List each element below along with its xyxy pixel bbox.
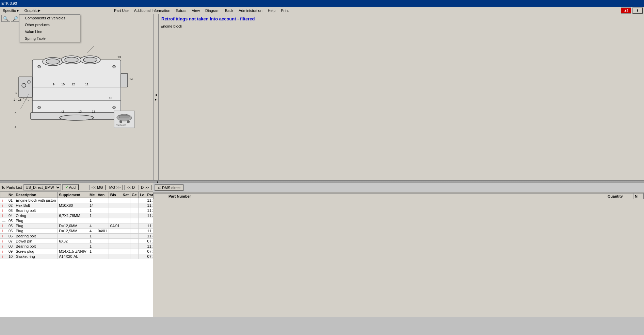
row-part-number: 11 11 2 244 286 — [146, 203, 153, 208]
table-row[interactable]: i 07 Dowel pin 6X32 1 07 11 9 942 169 — [0, 239, 153, 244]
menu-print[interactable]: Print — [278, 8, 291, 13]
row-part-number: 11 11 1 706 500 — [146, 244, 153, 249]
svg-text:11: 11 — [85, 83, 88, 86]
menu-view[interactable]: View — [189, 8, 203, 13]
menu-graphic[interactable]: Graphic ▶ — [22, 7, 44, 14]
svg-text:15: 15 — [109, 96, 112, 100]
collapse-right-btn[interactable]: ► — [155, 98, 158, 101]
dms-th-check2 — [160, 196, 167, 197]
dms-direct-btn[interactable]: ⇄ DMS direct — [155, 184, 183, 191]
table-row[interactable]: i 01 Engine block with piston 1 11 11 7 … — [0, 198, 153, 203]
row-von — [96, 208, 109, 213]
nav-mg-next-btn[interactable]: MG >> — [107, 185, 123, 190]
top-pane: 🔍 🔎 — [0, 14, 644, 181]
row-supplement: D=12,0MM — [58, 223, 88, 229]
horizontal-divider[interactable]: ▲ ▼ — [0, 181, 644, 183]
table-row[interactable]: i 05 Plug D=12,0MM 4 04/01 11 11 1 268 5… — [0, 223, 153, 229]
row-me: 14 — [88, 203, 96, 208]
th-von: Von — [96, 192, 109, 198]
row-description: Bearing bolt — [14, 208, 58, 213]
row-le — [138, 254, 146, 259]
row-le — [138, 229, 146, 234]
row-ge — [130, 234, 139, 239]
menu-extras[interactable]: Extras — [173, 8, 189, 13]
table-row[interactable]: — 05 Plug — [0, 218, 153, 223]
row-marker: i — [0, 244, 7, 249]
menu-diagram[interactable]: Diagram — [203, 8, 222, 13]
dropdown-spring-table[interactable]: Spring Table — [19, 35, 80, 42]
zoom-in-btn[interactable]: 🔎 — [11, 15, 20, 22]
dropdown-components-of-vehicles[interactable]: Components of Vehicles — [19, 15, 80, 21]
panel-divider: ◄ ► — [153, 14, 159, 180]
svg-point-6 — [83, 57, 97, 63]
row-bis — [109, 244, 121, 249]
dms-area: ⇄ DMS direct — [153, 183, 644, 192]
row-kat — [121, 249, 130, 254]
row-ge — [130, 198, 139, 203]
row-bis — [109, 254, 121, 259]
table-row[interactable]: i 04 O-ring 6,7X1,78MM 1 11 31 7 830 785 — [0, 213, 153, 218]
main-container: 🔍 🔎 — [0, 14, 644, 317]
table-row[interactable]: i 05 Plug D=12,5MM 4 04/01 11 11 7 832 9… — [0, 229, 153, 234]
svg-text:12: 12 — [71, 83, 75, 86]
row-description: Plug — [14, 229, 58, 234]
table-row[interactable]: i 08 Bearing bolt 1 11 11 1 706 500 — [0, 244, 153, 249]
row-von — [96, 213, 109, 218]
row-nr: 10 — [7, 254, 14, 259]
th-me: Me — [88, 192, 96, 198]
menu-back[interactable]: Back — [222, 8, 236, 13]
th-supplement: Supplement — [58, 192, 88, 198]
row-nr: 08 — [7, 244, 14, 249]
row-me — [88, 218, 96, 223]
menu-part-use[interactable]: Part Use — [111, 8, 131, 13]
svg-text:-2: -2 — [61, 110, 64, 113]
zoom-out-btn[interactable]: 🔍 — [1, 15, 10, 22]
svg-point-44 — [127, 120, 130, 123]
row-ge — [130, 213, 139, 218]
table-row[interactable]: i 03 Bearing bolt 1 11 31 7 830 727 — [0, 208, 153, 213]
svg-text:4: 4 — [15, 125, 16, 129]
nav-mg-prev-btn[interactable]: << MG — [89, 185, 106, 190]
th-bis: Bis — [109, 192, 121, 198]
menu-administration[interactable]: Administration — [236, 8, 265, 13]
row-le — [138, 244, 146, 249]
row-marker: i — [0, 254, 7, 259]
row-bis — [109, 234, 121, 239]
divider-down-arrow: ▼ — [157, 182, 159, 183]
row-part-number: 11 31 7 830 763 — [146, 234, 153, 239]
notification-bar: Retrofittings not taken into account - f… — [159, 14, 644, 23]
menu-help[interactable]: Help — [265, 8, 278, 13]
nav-d-prev-btn[interactable]: << D — [124, 185, 137, 190]
table-row[interactable]: i 09 Screw plug M14X1,5-ZNNIV 1 07 11 9 … — [0, 249, 153, 254]
nav-d-next-btn[interactable]: D >> — [139, 185, 151, 190]
dropdown-other-products[interactable]: Other products — [19, 21, 80, 28]
specific-dropdown: Components of Vehicles Other products Va… — [19, 14, 80, 42]
dropdown-value-line[interactable]: Value Line — [19, 28, 80, 35]
row-supplement: M14X1,5-ZNNIV — [58, 249, 88, 254]
row-von — [96, 249, 109, 254]
row-supplement — [58, 234, 88, 239]
menu-additional-info[interactable]: Additional Information — [131, 8, 173, 13]
table-row[interactable]: i 02 Hex Bolt M10X80 14 11 11 2 244 286 — [0, 203, 153, 208]
engine-diagram: 1 2 - 15 3 4 6 5 8 9 10 12 11 13 14 15 1… — [12, 26, 141, 135]
svg-point-18 — [60, 115, 94, 120]
row-nr: 01 — [7, 198, 14, 203]
info-icon[interactable]: ℹ — [632, 7, 643, 14]
row-part-number: 11 11 7 832 956 — [146, 229, 153, 234]
row-ge — [130, 254, 139, 259]
warning-icon[interactable]: ▲! — [621, 7, 631, 14]
row-von — [96, 203, 109, 208]
add-btn[interactable]: ✓ Add — [62, 184, 79, 190]
svg-text:14: 14 — [129, 78, 133, 81]
collapse-left-btn[interactable]: ◄ — [155, 93, 158, 97]
svg-point-11 — [38, 106, 41, 109]
menu-specific[interactable]: Specific ▶ — [0, 7, 22, 14]
row-supplement — [58, 208, 88, 213]
table-row[interactable]: i 10 Gasket ring A14X20-AL 07 11 9 963 2… — [0, 254, 153, 259]
th-le: Le — [138, 192, 146, 198]
row-bis — [109, 203, 121, 208]
table-row[interactable]: i 06 Bearing bolt 1 11 31 7 830 763 — [0, 234, 153, 239]
parts-list-select[interactable]: US_Direct_BMW — [23, 184, 61, 190]
row-description: Engine block with piston — [14, 198, 58, 203]
row-marker: i — [0, 208, 7, 213]
